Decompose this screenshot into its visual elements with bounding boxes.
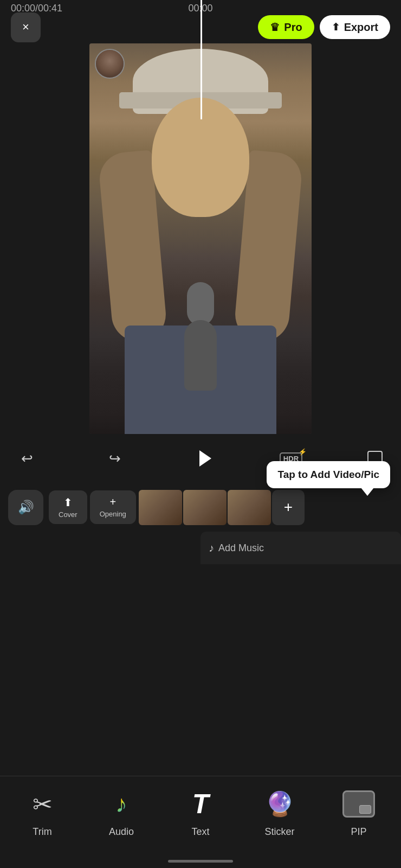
audio-mute-button[interactable]: 🔊 bbox=[8, 490, 43, 525]
home-indicator bbox=[168, 860, 233, 863]
trim-label: Trim bbox=[33, 826, 51, 838]
sticker-icon-wrap: 🔮 bbox=[261, 785, 299, 823]
mic-top bbox=[187, 282, 214, 326]
top-bar: × ♛ Pro ⬆ Export bbox=[0, 0, 401, 43]
cover-button[interactable]: ⬆ Cover bbox=[49, 490, 87, 524]
thumb-image-3 bbox=[228, 490, 271, 525]
top-right-buttons: ♛ Pro ⬆ Export bbox=[258, 15, 390, 39]
text-t-icon: T bbox=[192, 788, 209, 820]
pip-label: PIP bbox=[351, 826, 366, 838]
mic-shape bbox=[184, 320, 217, 391]
export-label: Export bbox=[344, 21, 378, 34]
add-music-row[interactable]: ♪ Add Music bbox=[200, 532, 401, 564]
export-button[interactable]: ⬆ Export bbox=[320, 15, 390, 39]
audio-music-icon: ♪ bbox=[115, 790, 127, 818]
undo-button[interactable]: ↩ bbox=[14, 445, 41, 472]
audio-tool[interactable]: ♪ Audio bbox=[86, 785, 157, 838]
play-icon bbox=[199, 450, 211, 467]
pip-inner-icon bbox=[359, 805, 371, 814]
pro-label: Pro bbox=[284, 21, 302, 34]
tooltip-bubble: Tap to Add Video/Pic bbox=[267, 461, 390, 488]
track-actions: ⬆ Cover + Opening bbox=[49, 490, 136, 524]
text-icon-wrap: T bbox=[182, 785, 219, 823]
trim-icon-wrap: ✂ bbox=[23, 785, 61, 823]
audio-icon-wrap: ♪ bbox=[102, 785, 140, 823]
redo-icon: ↪ bbox=[109, 450, 121, 467]
add-clip-button[interactable]: + bbox=[272, 490, 305, 525]
music-note-icon: ♪ bbox=[209, 542, 214, 554]
thumbnail-1[interactable] bbox=[139, 490, 182, 525]
speaker-icon: 🔊 bbox=[18, 500, 34, 515]
audio-label: Audio bbox=[109, 826, 134, 838]
cover-label: Cover bbox=[59, 510, 77, 519]
lightning-icon: ⚡ bbox=[299, 448, 307, 456]
opening-button[interactable]: + Opening bbox=[90, 490, 136, 524]
text-tool[interactable]: T Text bbox=[165, 785, 236, 838]
avatar bbox=[95, 49, 125, 79]
undo-icon: ↩ bbox=[21, 450, 33, 467]
redo-button[interactable]: ↪ bbox=[101, 445, 128, 472]
scissors-icon: ✂ bbox=[33, 790, 53, 818]
opening-label: Opening bbox=[100, 510, 126, 518]
sticker-label: Sticker bbox=[264, 826, 294, 838]
play-button[interactable] bbox=[189, 444, 219, 474]
crown-icon: ♛ bbox=[270, 21, 280, 34]
thumb-image-1 bbox=[139, 490, 182, 525]
text-label: Text bbox=[191, 826, 209, 838]
thumb-image-2 bbox=[183, 490, 227, 525]
track-row: 🔊 ⬆ Cover + Opening + bbox=[0, 486, 401, 529]
add-clip-icon: + bbox=[284, 499, 293, 516]
close-button[interactable]: × bbox=[11, 12, 41, 42]
pip-icon-wrap bbox=[340, 785, 378, 823]
pip-icon bbox=[342, 790, 375, 818]
sticker-tool[interactable]: 🔮 Sticker bbox=[244, 785, 315, 838]
upload-icon: ⬆ bbox=[332, 21, 340, 33]
tooltip-text: Tap to Add Video/Pic bbox=[277, 469, 379, 480]
cover-icon: ⬆ bbox=[63, 496, 73, 509]
avatar-image bbox=[96, 50, 124, 78]
bottom-toolbar: ✂ Trim ♪ Audio T Text 🔮 Sticker PIP bbox=[0, 776, 401, 846]
close-icon: × bbox=[22, 20, 29, 34]
thumbnail-3[interactable] bbox=[228, 490, 271, 525]
trim-tool[interactable]: ✂ Trim bbox=[7, 785, 77, 838]
pip-tool[interactable]: PIP bbox=[324, 785, 394, 838]
sticker-icon: 🔮 bbox=[265, 790, 295, 818]
pro-button[interactable]: ♛ Pro bbox=[258, 15, 314, 39]
add-music-label: Add Music bbox=[218, 542, 264, 554]
opening-icon: + bbox=[109, 496, 116, 508]
thumbnail-2[interactable] bbox=[183, 490, 227, 525]
